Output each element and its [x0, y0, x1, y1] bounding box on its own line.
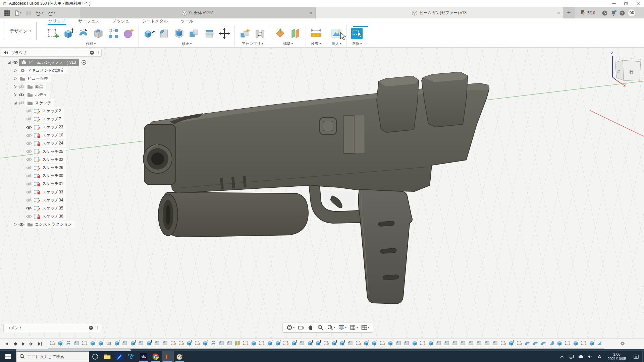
eye-visible-icon[interactable] — [25, 125, 33, 129]
timeline-feature-revolve[interactable] — [209, 339, 217, 348]
eye-hidden-icon[interactable] — [25, 166, 33, 170]
timeline-feature-extrude[interactable] — [507, 339, 515, 348]
document-tab-active[interactable]: ビームガン(ゼファー) v13× — [316, 7, 563, 18]
taskbar-app-vix[interactable]: ViX — [138, 351, 150, 362]
taskbar-app-pen-app[interactable] — [113, 351, 125, 362]
timeline-feature-fillet[interactable] — [435, 339, 443, 348]
timeline-feature-fillet[interactable] — [483, 339, 491, 348]
timeline-feature-sketch[interactable] — [322, 339, 330, 348]
timeline-feature-extrude[interactable] — [97, 339, 105, 348]
timeline-feature-sketch[interactable] — [169, 339, 177, 348]
tree-item-pill[interactable]: スケッチ32 — [33, 156, 66, 163]
tree-item[interactable]: スケッチ33 — [1, 188, 102, 196]
document-tab[interactable]: 0, 全体 v125*× — [80, 7, 316, 18]
eye-hidden-icon[interactable] — [25, 109, 33, 113]
timeline-feature-sketch[interactable] — [499, 339, 507, 348]
app-grid-button[interactable] — [3, 9, 11, 17]
tree-item[interactable]: ボディ — [1, 91, 102, 99]
split-body-tool-button[interactable] — [203, 26, 216, 41]
ribbon-group-label[interactable]: 検査▾ — [311, 41, 321, 46]
timeline-feature-sketch[interactable] — [48, 339, 56, 348]
help-button[interactable]: ? — [618, 10, 627, 16]
ribbon-group-label[interactable]: 構築▾ — [283, 41, 293, 46]
move-tool-button[interactable] — [218, 26, 231, 41]
timeline-feature-sketch[interactable] — [80, 339, 89, 348]
eye-visible-icon[interactable] — [18, 93, 25, 97]
timeline-feature-shell[interactable] — [105, 339, 113, 348]
timeline-feature-extrude[interactable] — [572, 339, 580, 348]
eye-hidden-icon[interactable] — [25, 174, 33, 178]
timeline-feature-extrude[interactable] — [185, 339, 193, 348]
taskbar-clock[interactable]: 1:06 2021/10/05 — [604, 352, 630, 361]
timeline-feature-extrude[interactable] — [201, 339, 209, 348]
timeline-feature-extrude[interactable] — [145, 339, 153, 348]
taskbar-search-box[interactable]: ここに入力して検索 — [16, 351, 89, 362]
close-tab-icon[interactable]: × — [310, 10, 312, 15]
offset-plane-tool-button[interactable] — [289, 26, 302, 41]
timeline-feature-sketch[interactable] — [241, 339, 250, 348]
timeline-feature-extrude[interactable] — [56, 339, 64, 348]
timeline-feature-extrude[interactable] — [290, 339, 298, 348]
grid-settings-button[interactable]: ▾ — [348, 323, 359, 331]
timeline-feature-extrude[interactable] — [314, 339, 322, 348]
collapsed-expander-icon[interactable] — [12, 85, 18, 89]
taskbar-app-file-explorer[interactable] — [101, 351, 113, 362]
press-pull-tool-button[interactable] — [142, 26, 156, 41]
timeline-feature-extrude[interactable] — [370, 339, 378, 348]
eye-visible-icon[interactable] — [18, 223, 25, 227]
timeline-feature-sketch[interactable] — [282, 339, 290, 348]
clock-button[interactable] — [600, 10, 609, 16]
collapse-panel-icon[interactable] — [4, 51, 8, 55]
go-to-end-button[interactable] — [36, 340, 44, 348]
revolve-tool-button[interactable] — [76, 26, 90, 41]
ribbon-tab-メッシュ[interactable]: メッシュ — [112, 18, 130, 25]
ribbon-tab-シートメタル[interactable]: シートメタル — [142, 18, 168, 25]
hole-tool-button[interactable] — [92, 26, 105, 41]
tree-item[interactable]: ドキュメントの設定 — [1, 66, 102, 74]
tree-item-pill[interactable]: ドキュメントの設定 — [18, 67, 67, 74]
timeline-feature-extrude[interactable] — [274, 339, 282, 348]
tree-item[interactable]: スケッチ26 — [1, 164, 102, 172]
panel-handle-icon[interactable] — [96, 51, 99, 55]
action-center-icon[interactable] — [630, 351, 642, 362]
file-button[interactable]: ▾ — [12, 9, 23, 17]
combine-tool-button[interactable] — [187, 26, 201, 41]
restore-button[interactable] — [620, 0, 632, 7]
new-tab-button[interactable]: + — [563, 7, 575, 18]
timeline-feature-sketch[interactable] — [515, 339, 523, 348]
timeline-feature-sweep[interactable] — [523, 339, 531, 348]
activate-component-radio[interactable] — [81, 59, 87, 66]
timeline-feature-plane[interactable] — [233, 339, 241, 348]
bell-button[interactable] — [609, 10, 618, 16]
tree-root-item[interactable]: ビームガン(ゼファー) v13 — [1, 58, 102, 66]
tree-item-pill[interactable]: スケッチ31 — [33, 180, 66, 188]
timeline-settings-gear-icon[interactable] — [620, 341, 626, 348]
timeline-feature-mirror[interactable] — [547, 339, 555, 348]
timeline-feature-extrude[interactable] — [89, 339, 97, 348]
timeline-feature-extrude[interactable] — [250, 339, 258, 348]
redo-button[interactable]: ▾ — [46, 9, 56, 17]
tree-item-pill[interactable]: 原点 — [25, 83, 46, 90]
minimize-button[interactable] — [608, 0, 620, 7]
measure-tool-button[interactable] — [309, 26, 323, 41]
timeline-feature-fillet[interactable] — [137, 339, 145, 348]
panel-handle-icon[interactable] — [95, 326, 98, 330]
tree-item[interactable]: スケッチ30 — [1, 172, 102, 180]
eye-hidden-icon[interactable] — [25, 149, 33, 154]
ribbon-group-label[interactable]: 修正▾ — [182, 41, 192, 46]
form-tool-button[interactable] — [122, 26, 135, 41]
extrude-tool-button[interactable] — [61, 26, 75, 41]
eye-hidden-icon[interactable] — [25, 182, 33, 186]
eye-hidden-icon[interactable] — [18, 85, 25, 89]
ribbon-group-label[interactable]: 作成▾ — [86, 41, 96, 46]
cloud-tray-icon[interactable] — [576, 351, 585, 362]
timeline-feature-fillet[interactable] — [402, 339, 411, 348]
timeline-feature-sketch[interactable] — [193, 339, 201, 348]
tree-item-pill[interactable]: スケッチ33 — [33, 188, 66, 196]
viewports-button[interactable]: ▾ — [360, 323, 370, 331]
timeline-feature-sketch[interactable] — [354, 339, 362, 348]
step-forward-button[interactable] — [28, 340, 35, 348]
pattern-tool-button[interactable] — [107, 26, 120, 41]
browser-header[interactable]: ブラウザ — [1, 49, 102, 57]
job-status-button[interactable]: 5/10 — [580, 7, 595, 18]
